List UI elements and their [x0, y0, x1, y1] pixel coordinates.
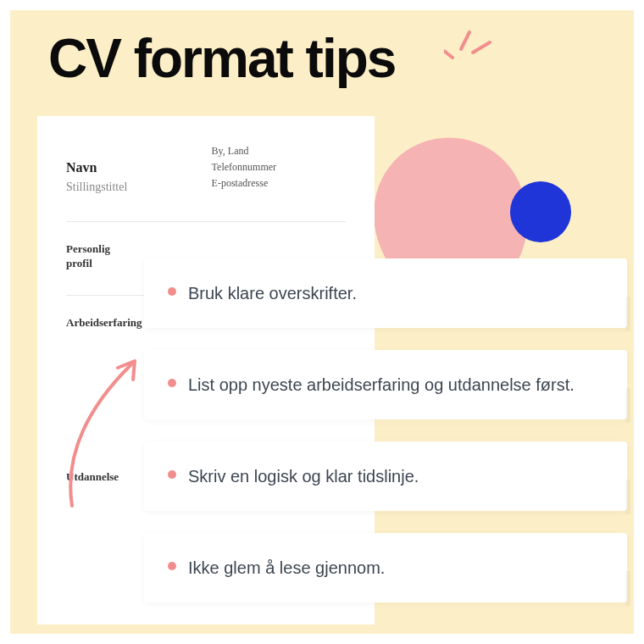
- decorative-blue-circle: [510, 181, 571, 242]
- bullet-dot-icon: [168, 470, 176, 479]
- page-title: CV format tips: [48, 27, 395, 90]
- tip-text: Skriv en logisk og klar tidslinje.: [188, 464, 419, 488]
- spark-accent-icon: [444, 22, 495, 64]
- tip-text: Bruk klare overskrifter.: [188, 281, 357, 305]
- canvas-background: CV format tips Navn Stillingstittel By, …: [10, 10, 634, 634]
- tip-card: Ikke glem å lese gjennom.: [144, 533, 627, 602]
- bullet-dot-icon: [168, 379, 176, 387]
- cv-header: Navn Stillingstittel By, Land Telefonnum…: [66, 142, 346, 194]
- svg-line-2: [473, 42, 490, 53]
- tip-text: Ikke glem å lese gjennom.: [188, 556, 385, 580]
- tip-text: List opp nyeste arbeidserfaring og utdan…: [188, 373, 575, 397]
- cv-contact-city: By, Land: [212, 143, 346, 159]
- tip-card: List opp nyeste arbeidserfaring og utdan…: [144, 350, 627, 419]
- bullet-dot-icon: [168, 562, 176, 570]
- cv-role-label: Stillingstittel: [66, 180, 212, 194]
- svg-line-1: [461, 32, 469, 49]
- cv-divider: [66, 221, 346, 222]
- tip-card: Skriv en logisk og klar tidslinje.: [144, 441, 627, 511]
- cv-contact-phone: Telefonnummer: [212, 159, 346, 175]
- cv-contact-email: E-postadresse: [212, 175, 346, 192]
- cv-section-personal-profile-line2: profil: [66, 257, 92, 269]
- tips-list: Bruk klare overskrifter. List opp nyeste…: [144, 258, 627, 602]
- cv-section-personal-profile-line1: Personlig: [66, 242, 110, 255]
- svg-line-0: [444, 51, 452, 58]
- bullet-dot-icon: [168, 287, 176, 296]
- cv-name-label: Navn: [66, 160, 212, 175]
- tip-card: Bruk klare overskrifter.: [144, 258, 627, 328]
